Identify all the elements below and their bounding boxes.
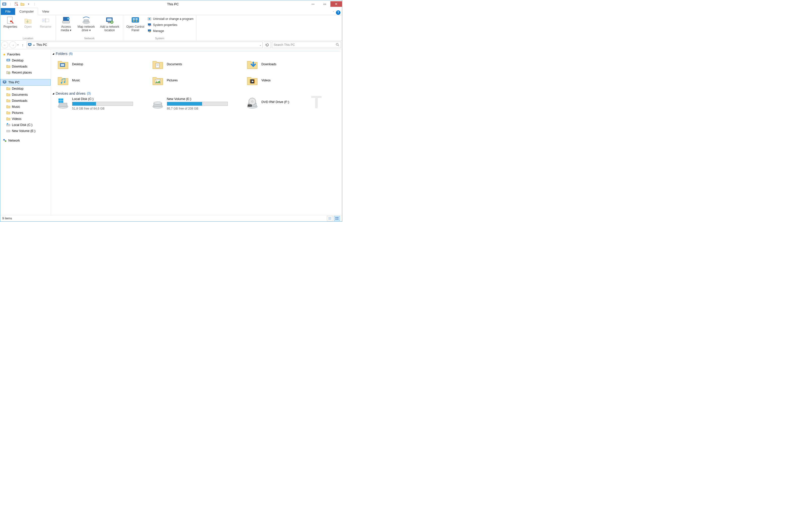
sidebar-pc-videos[interactable]: Videos bbox=[0, 116, 50, 122]
maximize-button[interactable]: ▭ bbox=[319, 1, 330, 7]
group-drives-count: (3) bbox=[87, 92, 91, 95]
folder-icon bbox=[6, 117, 10, 121]
svg-point-50 bbox=[61, 82, 62, 84]
system-properties-label: System properties bbox=[153, 23, 177, 27]
history-dropdown-icon[interactable]: ▾ bbox=[17, 44, 19, 46]
open-label: Open bbox=[24, 25, 31, 29]
tab-file[interactable]: File bbox=[1, 8, 15, 15]
drive-e[interactable]: New Volume (E:) 86,7 GB free of 208 GB bbox=[152, 97, 244, 110]
svg-rect-4 bbox=[7, 17, 12, 24]
breadcrumb-thispc[interactable]: This PC bbox=[36, 43, 47, 47]
folder-desktop-icon bbox=[57, 58, 69, 70]
control-panel-button[interactable]: Open Control Panel bbox=[125, 16, 146, 33]
address-bar[interactable]: ▸ This PC ⌄ bbox=[27, 42, 263, 48]
drive-c-fill bbox=[72, 102, 96, 105]
control-panel-label: Open Control Panel bbox=[125, 25, 145, 32]
sidebar-pc-vole[interactable]: New Volume (E:) bbox=[0, 128, 50, 134]
folder-icon bbox=[6, 111, 10, 115]
folder-documents[interactable]: Documents bbox=[152, 57, 244, 71]
ribbon-group-network: Access media ▾ Map network drive ▾ Add a… bbox=[56, 15, 123, 40]
folder-music-icon bbox=[57, 74, 69, 86]
address-dropdown-icon[interactable]: ⌄ bbox=[259, 44, 261, 46]
manage-button[interactable]: Manage bbox=[147, 28, 193, 34]
sidebar-network[interactable]: Network bbox=[0, 137, 50, 144]
rename-button[interactable]: Rename bbox=[37, 16, 54, 29]
breadcrumb-sep-icon[interactable]: ▸ bbox=[33, 44, 35, 46]
folder-pictures-icon bbox=[152, 74, 164, 86]
folder-videos[interactable]: Videos bbox=[246, 73, 338, 87]
drive-c-name: Local Disk (C:) bbox=[72, 97, 149, 101]
svg-text:DVD: DVD bbox=[248, 105, 251, 106]
drive-c[interactable]: Local Disk (C:) 51,8 GB free of 84,6 GB bbox=[57, 97, 149, 110]
svg-rect-46 bbox=[61, 64, 64, 66]
minimize-button[interactable]: — bbox=[307, 1, 319, 7]
search-input[interactable]: Search This PC bbox=[272, 42, 341, 48]
back-button[interactable]: ← bbox=[1, 41, 8, 48]
up-button[interactable]: ↑ bbox=[20, 42, 26, 48]
sidebar-thispc[interactable]: This PC bbox=[0, 79, 50, 86]
qat-properties-icon[interactable] bbox=[14, 1, 19, 7]
sidebar-favorites[interactable]: ★ Favorites bbox=[0, 52, 50, 57]
help-icon[interactable]: ? bbox=[336, 10, 340, 15]
view-details-button[interactable] bbox=[327, 216, 333, 221]
properties-button[interactable]: Properties bbox=[2, 16, 19, 29]
open-button[interactable]: Open bbox=[19, 16, 37, 29]
drive-e-bar bbox=[167, 102, 228, 106]
collapse-ribbon-icon[interactable]: ˆ bbox=[333, 11, 334, 14]
group-drives-title: Devices and drives bbox=[56, 91, 85, 95]
svg-rect-55 bbox=[250, 79, 250, 83]
svg-rect-39 bbox=[6, 124, 10, 126]
group-folders-header[interactable]: ◢ Folders (6) bbox=[53, 51, 340, 56]
svg-rect-40 bbox=[7, 123, 8, 124]
sidebar-fav-downloads[interactable]: Downloads bbox=[0, 63, 50, 70]
sidebar-pc-documents[interactable]: Documents bbox=[0, 92, 50, 98]
folder-documents-icon bbox=[152, 58, 164, 70]
drive-e-name: New Volume (E:) bbox=[167, 97, 244, 101]
window-title: This PC bbox=[39, 2, 307, 6]
qat-separator: | bbox=[8, 1, 13, 7]
sidebar-fav-recent[interactable]: Recent places bbox=[0, 70, 50, 76]
sidebar-pc-music-label: Music bbox=[12, 105, 20, 108]
system-properties-button[interactable]: System properties bbox=[147, 22, 193, 28]
sidebar-pc-localc[interactable]: Local Disk (C:) bbox=[0, 122, 50, 128]
tab-view[interactable]: View bbox=[38, 8, 53, 15]
folder-downloads[interactable]: Downloads bbox=[246, 57, 338, 71]
group-drives-header[interactable]: ◢ Devices and drives (3) bbox=[53, 91, 340, 95]
body: ★ Favorites Desktop Downloads Recent pla… bbox=[0, 49, 342, 215]
sidebar-pc-desktop[interactable]: Desktop bbox=[0, 86, 50, 92]
drives-grid: Local Disk (C:) 51,8 GB free of 84,6 GB … bbox=[51, 97, 342, 113]
ribbon-group-system: Open Control Panel Uninstall or change a… bbox=[123, 15, 196, 40]
view-icons-button[interactable] bbox=[334, 216, 340, 221]
folder-music[interactable]: Music bbox=[57, 73, 149, 87]
qat-newfolder-icon[interactable] bbox=[20, 1, 25, 7]
app-icon[interactable] bbox=[1, 1, 7, 7]
drive-e-fill bbox=[167, 102, 202, 105]
folder-desktop[interactable]: Desktop bbox=[57, 57, 149, 71]
ribbon: Properties Open Rename Location Access m… bbox=[0, 15, 342, 41]
svg-rect-41 bbox=[6, 130, 10, 132]
forward-button[interactable]: → bbox=[9, 41, 16, 48]
folder-pictures-label: Pictures bbox=[167, 78, 178, 82]
sidebar-pc-music[interactable]: Music bbox=[0, 104, 50, 110]
sidebar-pc-desktop-label: Desktop bbox=[12, 87, 24, 90]
uninstall-button[interactable]: Uninstall or change a program bbox=[147, 16, 193, 22]
map-drive-button[interactable]: Map network drive ▾ bbox=[75, 16, 97, 33]
pc-icon bbox=[3, 80, 7, 85]
sidebar-pc-pictures[interactable]: Pictures bbox=[0, 110, 50, 116]
star-icon: ★ bbox=[3, 53, 6, 56]
tab-computer[interactable]: Computer bbox=[15, 8, 38, 15]
qat-dropdown-icon[interactable]: ▾ bbox=[26, 1, 31, 7]
svg-rect-19 bbox=[135, 18, 137, 20]
folder-pictures[interactable]: Pictures bbox=[152, 73, 244, 87]
access-media-button[interactable]: Access media ▾ bbox=[57, 16, 75, 33]
sidebar-network-label: Network bbox=[8, 139, 20, 142]
sidebar-fav-desktop[interactable]: Desktop bbox=[0, 57, 50, 63]
svg-rect-59 bbox=[58, 99, 61, 101]
svg-rect-1 bbox=[3, 3, 5, 5]
refresh-button[interactable] bbox=[264, 42, 271, 48]
drive-f[interactable]: DVD DVD RW Drive (F:) bbox=[246, 97, 338, 110]
sidebar-pc-downloads[interactable]: Downloads bbox=[0, 98, 50, 104]
collapse-icon: ◢ bbox=[53, 53, 54, 55]
add-location-button[interactable]: Add a network location bbox=[98, 16, 121, 33]
close-button[interactable]: ✕ bbox=[330, 1, 342, 7]
